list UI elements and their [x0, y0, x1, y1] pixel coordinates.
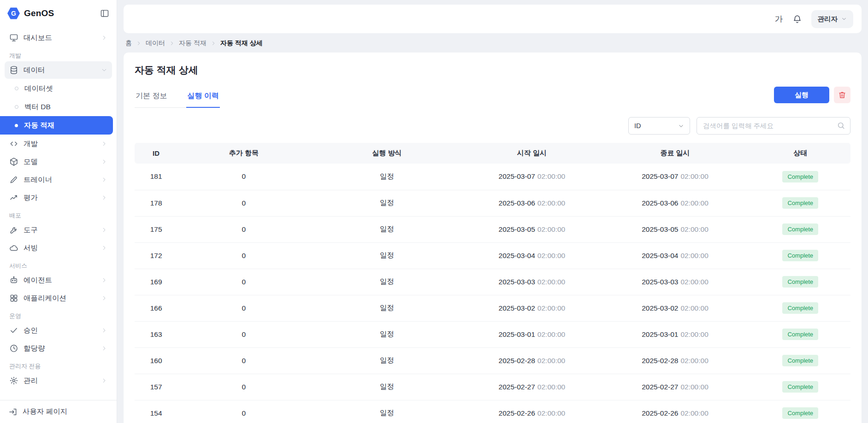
search-input[interactable] [697, 117, 850, 135]
time-text: 02:00:00 [680, 225, 708, 233]
cell-status: Complete [750, 242, 850, 269]
sidebar-item-quota[interactable]: 할당량 [5, 340, 112, 357]
column-header: 실행 방식 [310, 143, 464, 164]
time-text: 02:00:00 [537, 409, 565, 417]
chevron-right-icon [101, 141, 107, 147]
sidebar-item-approval[interactable]: 승인 [5, 322, 112, 339]
breadcrumb-link[interactable]: 홈 [125, 39, 132, 47]
cell-run-mode: 일정 [310, 295, 464, 321]
tab-run-history[interactable]: 실행 이력 [186, 87, 219, 108]
main-area: 가 관리자 홈데이터자동 적재자동 적재 상세 자동 적재 상세 기본 정보실행… [117, 0, 868, 423]
sidebar-item-model[interactable]: 모델 [5, 153, 112, 170]
date-text: 2025-03-01 [642, 330, 678, 338]
time-text: 02:00:00 [680, 278, 708, 286]
time-text: 02:00:00 [537, 304, 565, 312]
sidebar-subitem-auto-load[interactable]: 자동 적재 [0, 116, 113, 135]
sidebar-section-label: 운영 [9, 313, 107, 319]
cell-added-items: 0 [177, 190, 310, 216]
date-text: 2025-03-03 [499, 278, 535, 286]
sidebar-item-label: 개발 [24, 139, 38, 149]
cell-end-datetime: 2025-02-2602:00:00 [600, 400, 750, 423]
sidebar-item-development[interactable]: 개발 [5, 135, 112, 153]
cell-added-items: 0 [177, 269, 310, 295]
chevron-right-icon [101, 277, 107, 283]
cell-status: Complete [750, 400, 850, 423]
chevron-right-icon [101, 194, 107, 201]
status-badge: Complete [782, 302, 818, 314]
sidebar-section-label: 배포 [9, 212, 107, 219]
sidebar-item-serving[interactable]: 서빙 [5, 239, 112, 257]
sidebar-item-dashboard[interactable]: 대시보드 [5, 29, 112, 47]
sidebar-item-label: 대시보드 [24, 33, 52, 43]
sidebar-item-trainer[interactable]: 트레이너 [5, 171, 112, 188]
cell-end-datetime: 2025-02-2702:00:00 [600, 374, 750, 400]
delete-button[interactable] [834, 87, 850, 103]
gear-icon [9, 376, 18, 385]
sidebar-item-data[interactable]: 데이터 [5, 61, 112, 79]
table-row: 1780일정2025-03-0602:00:002025-03-0602:00:… [135, 190, 850, 216]
brand: G GenOS [7, 7, 54, 20]
date-text: 2025-03-01 [499, 330, 535, 338]
chevron-right-icon [101, 159, 107, 165]
date-text: 2025-03-06 [642, 199, 678, 207]
sidebar-item-admin[interactable]: 관리 [5, 372, 112, 389]
sidebar-item-tools[interactable]: 도구 [5, 221, 112, 239]
profile-menu-button[interactable]: 관리자 [811, 10, 854, 28]
chevron-right-icon [101, 345, 107, 352]
date-text: 2025-02-26 [499, 409, 535, 417]
sidebar-item-agent[interactable]: 에이전트 [5, 271, 112, 289]
search-icon [837, 121, 845, 130]
cell-end-datetime: 2025-03-0502:00:00 [600, 216, 750, 242]
chevron-right-icon [101, 295, 107, 301]
run-button[interactable]: 실행 [774, 87, 829, 103]
column-header: 추가 항목 [177, 143, 310, 164]
sidebar-item-evaluation[interactable]: 평가 [5, 189, 112, 206]
cell-added-items: 0 [177, 321, 310, 347]
cell-status: Complete [750, 321, 850, 347]
sidebar-subitem-vector-db[interactable]: 벡터 DB [5, 98, 112, 116]
bell-icon[interactable] [792, 14, 802, 24]
cell-start-datetime: 2025-02-2702:00:00 [464, 374, 600, 400]
time-text: 02:00:00 [537, 199, 565, 207]
font-size-control[interactable]: 가 [775, 13, 783, 24]
sidebar-item-label: 서빙 [24, 243, 38, 253]
cell-run-mode: 일정 [310, 216, 464, 242]
filter-select[interactable]: ID [628, 117, 690, 135]
app-root: G GenOS 대시보드개발데이터데이터셋벡터 DB자동 적재개발모델트레이너평… [0, 0, 868, 423]
sidebar-subitem-label: 데이터셋 [24, 84, 53, 94]
time-text: 02:00:00 [537, 330, 565, 338]
column-header: 시작 일시 [464, 143, 600, 164]
status-badge: Complete [782, 381, 818, 393]
sidebar-item-application[interactable]: 애플리케이션 [5, 289, 112, 307]
chevron-right-icon [101, 245, 107, 251]
cell-end-datetime: 2025-03-0302:00:00 [600, 269, 750, 295]
cell-id: 169 [135, 269, 177, 295]
table-row: 1810일정2025-03-0702:00:002025-03-0702:00:… [135, 164, 850, 190]
tools-icon [9, 225, 18, 235]
cell-run-mode: 일정 [310, 400, 464, 423]
time-text: 02:00:00 [537, 278, 565, 286]
cell-run-mode: 일정 [310, 242, 464, 269]
brand-name: GenOS [24, 8, 54, 18]
cell-run-mode: 일정 [310, 164, 464, 190]
trainer-icon [9, 175, 18, 184]
table-header-row: ID추가 항목실행 방식시작 일시종료 일시상태 [135, 143, 850, 164]
cell-added-items: 0 [177, 242, 310, 269]
evaluation-icon [9, 193, 18, 202]
time-text: 02:00:00 [537, 383, 565, 391]
time-text: 02:00:00 [680, 304, 708, 312]
time-text: 02:00:00 [537, 252, 565, 259]
logo-letter: G [11, 10, 16, 17]
tab-basic-info[interactable]: 기본 정보 [135, 87, 168, 108]
breadcrumb-link[interactable]: 데이터 [146, 39, 165, 47]
breadcrumb-link[interactable]: 자동 적재 [179, 39, 207, 47]
date-text: 2025-02-26 [642, 409, 678, 417]
sidebar-toggle-icon[interactable] [100, 9, 109, 18]
date-text: 2025-02-27 [499, 383, 535, 391]
sidebar-item-user-page[interactable]: 사용자 페이지 [0, 400, 117, 423]
time-text: 02:00:00 [680, 357, 708, 364]
sidebar-item-label: 데이터 [24, 65, 45, 75]
cell-end-datetime: 2025-03-0702:00:00 [600, 164, 750, 190]
content-card: 자동 적재 상세 기본 정보실행 이력 실행 ID [124, 53, 862, 423]
sidebar-subitem-dataset[interactable]: 데이터셋 [5, 79, 112, 98]
